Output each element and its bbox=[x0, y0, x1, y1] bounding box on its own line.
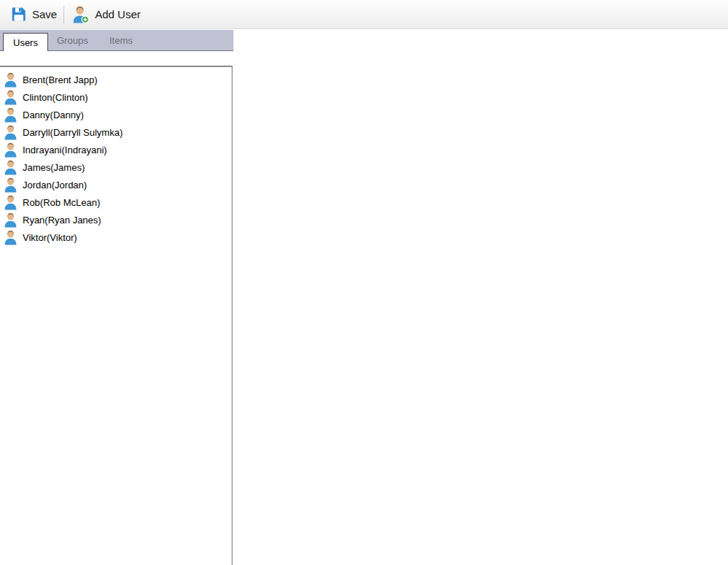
user-name: Clinton(Clinton) bbox=[23, 92, 88, 103]
list-item[interactable]: James(James) bbox=[0, 158, 232, 176]
tab-users-label: Users bbox=[13, 37, 38, 48]
list-item[interactable]: Clinton(Clinton) bbox=[0, 88, 232, 106]
person-icon bbox=[4, 230, 18, 245]
list-item[interactable]: Indrayani(Indrayani) bbox=[0, 141, 232, 158]
tab-groups-label: Groups bbox=[57, 35, 88, 46]
person-icon bbox=[4, 160, 18, 175]
user-name: Ryan(Ryan Janes) bbox=[23, 215, 101, 226]
user-name: Brent(Brent Japp) bbox=[23, 74, 98, 85]
users-tab-page: Brent(Brent Japp) Clinton(Clinton) Danny… bbox=[0, 51, 233, 565]
person-icon bbox=[4, 72, 18, 88]
person-icon bbox=[4, 142, 18, 158]
person-icon bbox=[4, 107, 18, 123]
list-item[interactable]: Viktor(Viktor) bbox=[0, 228, 232, 246]
tab-groups[interactable]: Groups bbox=[51, 30, 94, 50]
user-name: Darryll(Darryll Sulymka) bbox=[23, 127, 123, 138]
user-name: James(James) bbox=[23, 162, 85, 173]
save-floppy-icon bbox=[9, 5, 28, 24]
tab-items-label: Items bbox=[109, 35, 133, 46]
tab-control: Users Groups Items Brent(Brent Japp) bbox=[0, 30, 233, 565]
user-name: Indrayani(Indrayani) bbox=[23, 145, 107, 155]
list-item[interactable]: Darryll(Darryll Sulymka) bbox=[0, 123, 232, 141]
person-icon bbox=[4, 195, 18, 210]
add-user-button-label: Add User bbox=[95, 8, 141, 20]
save-button[interactable]: Save bbox=[4, 2, 62, 27]
list-item[interactable]: Jordan(Jordan) bbox=[0, 176, 232, 193]
add-user-button[interactable]: Add User bbox=[66, 2, 146, 27]
list-item[interactable]: Danny(Danny) bbox=[0, 106, 232, 123]
user-name: Rob(Rob McLean) bbox=[23, 197, 100, 208]
save-button-label: Save bbox=[32, 8, 57, 20]
user-list-box[interactable]: Brent(Brent Japp) Clinton(Clinton) Danny… bbox=[0, 66, 233, 565]
person-icon bbox=[4, 177, 18, 193]
person-add-icon bbox=[71, 5, 90, 24]
user-list: Brent(Brent Japp) Clinton(Clinton) Danny… bbox=[0, 66, 232, 246]
user-name: Danny(Danny) bbox=[23, 109, 84, 120]
tab-items[interactable]: Items bbox=[104, 30, 139, 50]
list-item[interactable]: Brent(Brent Japp) bbox=[0, 71, 232, 88]
person-icon bbox=[4, 125, 18, 140]
toolbar: Save Add User bbox=[0, 0, 728, 29]
tabstrip: Users Groups Items bbox=[0, 30, 233, 51]
person-icon bbox=[4, 90, 18, 105]
person-icon bbox=[4, 212, 18, 228]
app-window: Save Add User Users Gr bbox=[0, 0, 728, 565]
list-item[interactable]: Ryan(Ryan Janes) bbox=[0, 211, 232, 228]
list-item[interactable]: Rob(Rob McLean) bbox=[0, 193, 232, 211]
user-name: Viktor(Viktor) bbox=[23, 232, 77, 243]
tab-users[interactable]: Users bbox=[3, 33, 48, 51]
user-name: Jordan(Jordan) bbox=[23, 180, 87, 191]
toolbar-separator bbox=[63, 6, 64, 23]
